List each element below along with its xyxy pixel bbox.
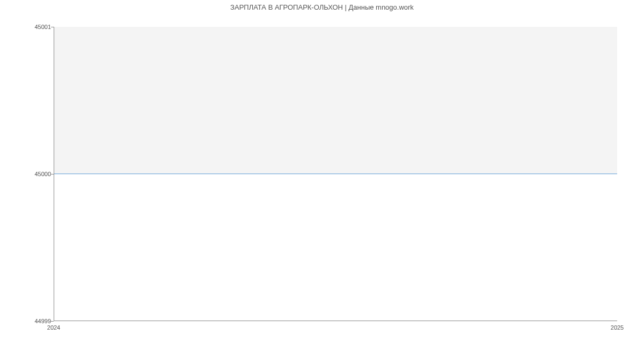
plot-background-lower <box>54 174 617 321</box>
y-tick-mark <box>51 321 54 322</box>
plot-area <box>54 27 617 321</box>
x-tick-label: 2025 <box>611 324 624 331</box>
y-tick-mark <box>51 27 54 27</box>
plot-background-upper <box>54 27 617 174</box>
y-tick-mark <box>51 174 54 174</box>
chart-title: ЗАРПЛАТА В АГРОПАРК-ОЛЬХОН | Данные mnog… <box>0 3 644 11</box>
data-line <box>54 173 617 174</box>
y-tick-label: 45000 <box>30 171 51 177</box>
y-tick-label: 44999 <box>30 318 51 324</box>
x-axis <box>54 321 617 321</box>
y-tick-label: 45001 <box>30 24 51 30</box>
y-axis <box>54 27 54 321</box>
x-tick-label: 2024 <box>47 324 60 331</box>
